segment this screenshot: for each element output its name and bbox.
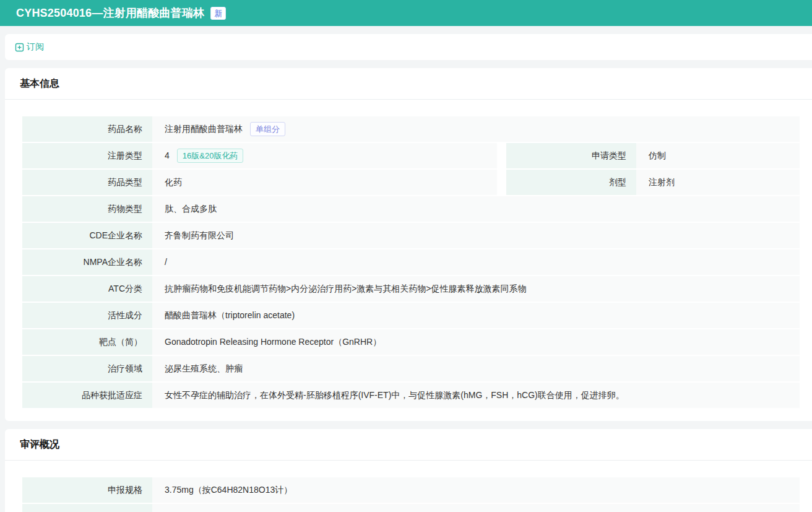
target-value: Gonadotropin Releasing Hormone Receptor（… (152, 329, 800, 355)
spec-value: 3.75mg（按C64H82N18O13计） (152, 477, 800, 503)
review-overview-header: 审评概况 (5, 429, 812, 461)
apply-type-pair: 申请类型 仿制 (506, 143, 800, 168)
row-next-clipped (22, 504, 800, 512)
nmpa-company-value: / (152, 249, 800, 275)
review-overview-body: 申报规格 3.75mg（按C64H82N18O13计） (5, 461, 812, 512)
next-row-label-clipped (22, 504, 152, 512)
single-component-tag: 单组分 (250, 122, 285, 136)
apply-type-label: 申请类型 (506, 143, 636, 168)
dosage-form-value: 注射剂 (636, 170, 800, 195)
row-active-ingredient: 活性成分 醋酸曲普瑞林（triptorelin acetate) (22, 303, 800, 328)
drug-name-label: 药品名称 (22, 116, 152, 142)
therapy-area-label: 治疗领域 (22, 356, 152, 381)
drug-name-text: 注射用醋酸曲普瑞林 (165, 123, 243, 135)
spec-label: 申报规格 (22, 477, 152, 503)
therapy-area-value: 泌尿生殖系统、肿瘤 (152, 356, 800, 381)
row-therapy-area: 治疗领域 泌尿生殖系统、肿瘤 (22, 356, 800, 381)
cde-company-value: 齐鲁制药有限公司 (152, 223, 800, 248)
review-overview-title: 审评概况 (20, 439, 59, 449)
chem-version-tag[interactable]: 16版&20版化药 (177, 149, 244, 163)
basic-info-title: 基本信息 (20, 78, 59, 89)
subscribe-plus-icon (15, 43, 24, 52)
substance-type-value: 肽、合成多肽 (152, 196, 800, 222)
row-indication: 品种获批适应症 女性不孕症的辅助治疗，在体外受精-胚胎移植程序(IVF-ET)中… (22, 383, 800, 408)
indication-label: 品种获批适应症 (22, 383, 152, 408)
nmpa-company-label: NMPA企业名称 (22, 249, 152, 275)
next-row-value-clipped (152, 504, 800, 512)
drug-type-label: 药品类型 (22, 170, 152, 195)
row-substance-type: 药物类型 肽、合成多肽 (22, 196, 800, 222)
target-label: 靶点（简） (22, 329, 152, 355)
basic-info-card: 基本信息 药品名称 注射用醋酸曲普瑞林 单组分 注册类型 4 16版&20版化药… (5, 68, 812, 421)
reg-type-text: 4 (165, 149, 170, 162)
row-cde-company: CDE企业名称 齐鲁制药有限公司 (22, 223, 800, 248)
new-badge: 新 (210, 7, 226, 20)
basic-info-body: 药品名称 注射用醋酸曲普瑞林 单组分 注册类型 4 16版&20版化药 申请类型… (5, 100, 812, 421)
reg-type-pair: 注册类型 4 16版&20版化药 (22, 143, 497, 168)
atc-label: ATC分类 (22, 276, 152, 302)
subscribe-bar: 订阅 (5, 34, 812, 60)
row-reg-apply-type: 注册类型 4 16版&20版化药 申请类型 仿制 (22, 143, 800, 168)
atc-value: 抗肿瘤药物和免疫机能调节药物>内分泌治疗用药>激素与其相关药物>促性腺素释放激素… (152, 276, 800, 302)
active-ingredient-value: 醋酸曲普瑞林（triptorelin acetate) (152, 303, 800, 328)
reg-type-value: 4 16版&20版化药 (152, 143, 497, 168)
indication-value: 女性不孕症的辅助治疗，在体外受精-胚胎移植程序(IVF-ET)中，与促性腺激素(… (152, 383, 800, 408)
review-overview-card: 审评概况 申报规格 3.75mg（按C64H82N18O13计） (5, 429, 812, 512)
drug-type-pair: 药品类型 化药 (22, 170, 497, 195)
row-nmpa-company: NMPA企业名称 / (22, 249, 800, 275)
apply-type-value: 仿制 (636, 143, 800, 168)
drug-name-value: 注射用醋酸曲普瑞林 单组分 (152, 116, 800, 142)
dosage-form-label: 剂型 (506, 170, 636, 195)
reg-type-label: 注册类型 (22, 143, 152, 168)
subscribe-button[interactable]: 订阅 (15, 41, 44, 53)
substance-type-label: 药物类型 (22, 196, 152, 222)
page-title: CYHS2504016—注射用醋酸曲普瑞林 (16, 6, 204, 20)
row-drug-name: 药品名称 注射用醋酸曲普瑞林 单组分 (22, 116, 800, 142)
basic-info-header: 基本信息 (5, 68, 812, 100)
row-atc: ATC分类 抗肿瘤药物和免疫机能调节药物>内分泌治疗用药>激素与其相关药物>促性… (22, 276, 800, 302)
row-spec: 申报规格 3.75mg（按C64H82N18O13计） (22, 477, 800, 503)
dosage-form-pair: 剂型 注射剂 (506, 170, 800, 195)
drug-type-value: 化药 (152, 170, 497, 195)
subscribe-label: 订阅 (27, 41, 44, 53)
row-target: 靶点（简） Gonadotropin Releasing Hormone Rec… (22, 329, 800, 355)
row-drugtype-dosage: 药品类型 化药 剂型 注射剂 (22, 170, 800, 195)
active-ingredient-label: 活性成分 (22, 303, 152, 328)
cde-company-label: CDE企业名称 (22, 223, 152, 248)
page-header-bar: CYHS2504016—注射用醋酸曲普瑞林 新 (0, 0, 812, 26)
